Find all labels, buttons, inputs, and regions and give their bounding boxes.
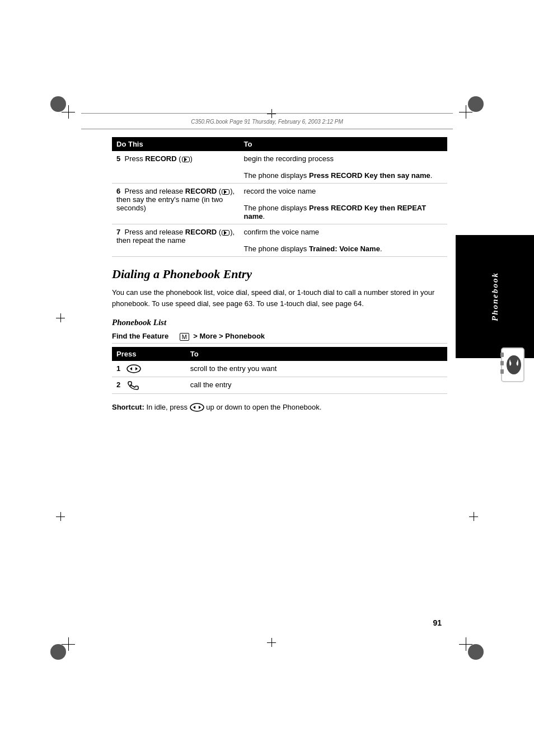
- section-heading-dialing: Dialing a Phonebook Entry: [112, 267, 447, 281]
- press-col-to: To: [186, 347, 447, 361]
- svg-rect-1: [500, 353, 504, 357]
- main-content: Do This To 5 Press RECORD () begin the r…: [112, 137, 447, 412]
- step-7-to: confirm the voice name The phone display…: [240, 224, 447, 257]
- page: C350.RG.book Page 91 Thursday, February …: [0, 0, 534, 756]
- record-icon: [182, 157, 190, 162]
- phone-icon: [499, 347, 530, 386]
- svg-point-4: [507, 355, 521, 374]
- find-feature-row: Find the Feature M > More > Phonebook: [112, 332, 447, 344]
- step-5-do: 5 Press RECORD (): [112, 151, 240, 184]
- crosshair-left-mid: [56, 313, 65, 322]
- press-row-2-press: 2: [112, 377, 186, 394]
- col-do-this: Do This: [112, 137, 240, 151]
- side-tab: Phonebook: [456, 235, 534, 358]
- table-row: 7 Press and release RECORD (), then repe…: [112, 224, 447, 257]
- svg-point-8: [190, 403, 204, 411]
- call-icon: [127, 381, 139, 390]
- header-text: C350.RG.book Page 91 Thursday, February …: [87, 116, 447, 125]
- scroll-icon: [127, 364, 141, 373]
- reg-mark-br: [459, 637, 472, 651]
- crosshair-left-low: [56, 512, 65, 521]
- step-5-to: begin the recording process The phone di…: [240, 151, 447, 184]
- press-col-press: Press: [112, 347, 186, 361]
- find-feature-value: M > More > Phonebook: [180, 332, 265, 341]
- dialing-section-body: You can use the phonebook list, voice di…: [112, 287, 447, 309]
- steps-table: Do This To 5 Press RECORD () begin the r…: [112, 137, 447, 257]
- find-feature-label: Find the Feature: [112, 332, 174, 340]
- find-feature-separator: [174, 332, 180, 340]
- svg-point-5: [127, 365, 140, 373]
- reg-mark-tr: [459, 105, 472, 119]
- svg-rect-2: [500, 361, 504, 365]
- shortcut-scroll-icon: [190, 403, 204, 412]
- press-row-2-to: call the entry: [186, 377, 447, 394]
- press-table: Press To 1 scroll to the ent: [112, 347, 447, 394]
- table-row: 1 scroll to the entry you want: [112, 361, 447, 377]
- reg-mark-tl: [62, 105, 75, 119]
- record-icon-2: [222, 189, 229, 195]
- crosshair-right-low: [469, 512, 478, 521]
- table-row: 6 Press and release RECORD (), then say …: [112, 184, 447, 224]
- svg-marker-10: [199, 406, 201, 409]
- press-row-1-press: 1: [112, 361, 186, 377]
- shortcut-text: Shortcut: In idle, press up or down to o…: [112, 402, 447, 413]
- svg-marker-7: [135, 367, 138, 370]
- col-to: To: [240, 137, 447, 151]
- reg-mark-bl: [62, 637, 75, 651]
- step-7-do: 7 Press and release RECORD (), then repe…: [112, 224, 240, 257]
- menu-icon: M: [180, 333, 189, 341]
- header-divider-top: [81, 113, 453, 114]
- record-icon-3: [222, 230, 229, 236]
- table-row: 5 Press RECORD () begin the recording pr…: [112, 151, 447, 184]
- table-row: 2 call the entry: [112, 377, 447, 394]
- press-row-1-to: scroll to the entry you want: [186, 361, 447, 377]
- step-6-do: 6 Press and release RECORD (), then say …: [112, 184, 240, 224]
- header-divider-bottom: [81, 129, 453, 129]
- svg-marker-9: [193, 406, 195, 409]
- step-6-to: record the voice name The phone displays…: [240, 184, 447, 224]
- subsection-heading-phonebook: Phonebook List: [112, 318, 447, 327]
- svg-rect-3: [500, 369, 504, 374]
- crosshair-bottom-center: [267, 638, 276, 647]
- svg-marker-6: [130, 367, 132, 370]
- page-number: 91: [433, 618, 442, 627]
